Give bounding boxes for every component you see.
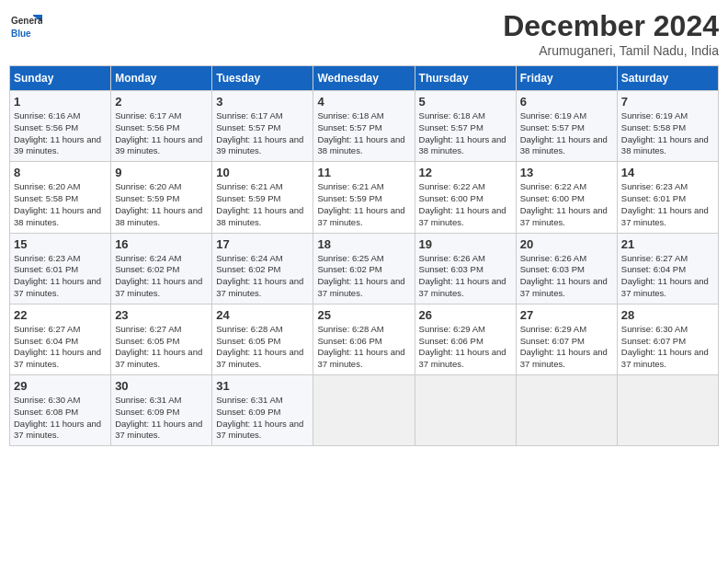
day-number: 15 (14, 237, 107, 251)
day-info: Sunrise: 6:17 AM Sunset: 5:57 PM Dayligh… (216, 110, 309, 157)
weekday-header-tuesday: Tuesday (212, 66, 313, 91)
calendar-cell: 23Sunrise: 6:27 AM Sunset: 6:05 PM Dayli… (111, 304, 212, 374)
day-info: Sunrise: 6:19 AM Sunset: 5:57 PM Dayligh… (520, 110, 613, 157)
svg-text:General: General (11, 16, 42, 26)
day-number: 20 (520, 237, 613, 251)
day-info: Sunrise: 6:24 AM Sunset: 6:02 PM Dayligh… (115, 253, 208, 300)
day-info: Sunrise: 6:20 AM Sunset: 5:58 PM Dayligh… (14, 181, 107, 228)
day-number: 8 (14, 166, 107, 179)
day-info: Sunrise: 6:28 AM Sunset: 6:06 PM Dayligh… (317, 324, 410, 371)
day-info: Sunrise: 6:18 AM Sunset: 5:57 PM Dayligh… (317, 110, 410, 157)
calendar-header-row: SundayMondayTuesdayWednesdayThursdayFrid… (10, 66, 719, 91)
day-number: 24 (216, 308, 309, 322)
day-info: Sunrise: 6:31 AM Sunset: 6:09 PM Dayligh… (115, 395, 208, 442)
calendar-cell: 17Sunrise: 6:24 AM Sunset: 6:02 PM Dayli… (212, 233, 313, 304)
calendar-cell: 30Sunrise: 6:31 AM Sunset: 6:09 PM Dayli… (111, 375, 212, 446)
calendar-table: SundayMondayTuesdayWednesdayThursdayFrid… (9, 65, 719, 446)
month-title: December 2024 (503, 9, 719, 43)
calendar-cell: 31Sunrise: 6:31 AM Sunset: 6:09 PM Dayli… (212, 375, 313, 446)
day-number: 16 (115, 237, 208, 251)
location-subtitle: Arumuganeri, Tamil Nadu, India (503, 43, 719, 58)
day-info: Sunrise: 6:30 AM Sunset: 6:08 PM Dayligh… (14, 395, 107, 442)
calendar-cell: 18Sunrise: 6:25 AM Sunset: 6:02 PM Dayli… (313, 233, 415, 304)
day-number: 26 (419, 308, 512, 322)
calendar-cell: 13Sunrise: 6:22 AM Sunset: 6:00 PM Dayli… (516, 162, 617, 233)
day-number: 17 (216, 237, 309, 251)
day-info: Sunrise: 6:26 AM Sunset: 6:03 PM Dayligh… (520, 253, 613, 300)
calendar-cell: 26Sunrise: 6:29 AM Sunset: 6:06 PM Dayli… (415, 304, 516, 374)
calendar-cell: 12Sunrise: 6:22 AM Sunset: 6:00 PM Dayli… (415, 162, 516, 233)
day-number: 22 (14, 308, 107, 322)
day-info: Sunrise: 6:31 AM Sunset: 6:09 PM Dayligh… (216, 395, 309, 442)
calendar-cell: 10Sunrise: 6:21 AM Sunset: 5:59 PM Dayli… (212, 162, 313, 233)
calendar-week-1: 1Sunrise: 6:16 AM Sunset: 5:56 PM Daylig… (10, 91, 719, 162)
day-info: Sunrise: 6:20 AM Sunset: 5:59 PM Dayligh… (115, 181, 208, 228)
day-number: 14 (621, 166, 714, 179)
day-number: 4 (317, 95, 410, 109)
day-info: Sunrise: 6:29 AM Sunset: 6:07 PM Dayligh… (520, 324, 613, 371)
day-info: Sunrise: 6:29 AM Sunset: 6:06 PM Dayligh… (419, 324, 512, 371)
calendar-cell: 28Sunrise: 6:30 AM Sunset: 6:07 PM Dayli… (617, 304, 718, 374)
calendar-cell: 6Sunrise: 6:19 AM Sunset: 5:57 PM Daylig… (516, 91, 617, 162)
day-number: 31 (216, 379, 309, 393)
day-number: 3 (216, 95, 309, 109)
calendar-cell (313, 375, 415, 446)
day-number: 11 (317, 166, 410, 179)
day-number: 5 (419, 95, 512, 109)
calendar-cell: 16Sunrise: 6:24 AM Sunset: 6:02 PM Dayli… (111, 233, 212, 304)
day-info: Sunrise: 6:26 AM Sunset: 6:03 PM Dayligh… (419, 253, 512, 300)
day-info: Sunrise: 6:30 AM Sunset: 6:07 PM Dayligh… (621, 324, 714, 371)
calendar-cell (415, 375, 516, 446)
calendar-week-2: 8Sunrise: 6:20 AM Sunset: 5:58 PM Daylig… (10, 162, 719, 233)
calendar-cell: 20Sunrise: 6:26 AM Sunset: 6:03 PM Dayli… (516, 233, 617, 304)
weekday-header-monday: Monday (111, 66, 212, 91)
calendar-cell: 29Sunrise: 6:30 AM Sunset: 6:08 PM Dayli… (10, 375, 111, 446)
day-info: Sunrise: 6:25 AM Sunset: 6:02 PM Dayligh… (317, 253, 410, 300)
weekday-header-thursday: Thursday (415, 66, 516, 91)
calendar-cell: 5Sunrise: 6:18 AM Sunset: 5:57 PM Daylig… (415, 91, 516, 162)
day-info: Sunrise: 6:28 AM Sunset: 6:05 PM Dayligh… (216, 324, 309, 371)
logo: General Blue (9, 9, 46, 42)
day-number: 6 (520, 95, 613, 109)
calendar-week-5: 29Sunrise: 6:30 AM Sunset: 6:08 PM Dayli… (10, 375, 719, 446)
calendar-week-4: 22Sunrise: 6:27 AM Sunset: 6:04 PM Dayli… (10, 304, 719, 374)
calendar-cell: 3Sunrise: 6:17 AM Sunset: 5:57 PM Daylig… (212, 91, 313, 162)
calendar-cell: 22Sunrise: 6:27 AM Sunset: 6:04 PM Dayli… (10, 304, 111, 374)
day-info: Sunrise: 6:21 AM Sunset: 5:59 PM Dayligh… (317, 181, 410, 228)
svg-text:Blue: Blue (11, 29, 31, 39)
calendar-cell: 25Sunrise: 6:28 AM Sunset: 6:06 PM Dayli… (313, 304, 415, 374)
day-number: 1 (14, 95, 107, 109)
page-header: General Blue December 2024 Arumuganeri, … (9, 9, 719, 58)
day-number: 10 (216, 166, 309, 179)
day-number: 12 (419, 166, 512, 179)
day-info: Sunrise: 6:16 AM Sunset: 5:56 PM Dayligh… (14, 110, 107, 157)
calendar-cell: 21Sunrise: 6:27 AM Sunset: 6:04 PM Dayli… (617, 233, 718, 304)
day-number: 25 (317, 308, 410, 322)
calendar-cell: 11Sunrise: 6:21 AM Sunset: 5:59 PM Dayli… (313, 162, 415, 233)
day-info: Sunrise: 6:22 AM Sunset: 6:00 PM Dayligh… (419, 181, 512, 228)
calendar-cell: 9Sunrise: 6:20 AM Sunset: 5:59 PM Daylig… (111, 162, 212, 233)
calendar-cell: 1Sunrise: 6:16 AM Sunset: 5:56 PM Daylig… (10, 91, 111, 162)
calendar-cell: 4Sunrise: 6:18 AM Sunset: 5:57 PM Daylig… (313, 91, 415, 162)
day-info: Sunrise: 6:27 AM Sunset: 6:04 PM Dayligh… (14, 324, 107, 371)
calendar-cell: 2Sunrise: 6:17 AM Sunset: 5:56 PM Daylig… (111, 91, 212, 162)
calendar-cell: 19Sunrise: 6:26 AM Sunset: 6:03 PM Dayli… (415, 233, 516, 304)
logo-icon: General Blue (9, 9, 42, 42)
day-number: 28 (621, 308, 714, 322)
day-number: 19 (419, 237, 512, 251)
calendar-body: 1Sunrise: 6:16 AM Sunset: 5:56 PM Daylig… (10, 91, 719, 446)
day-info: Sunrise: 6:27 AM Sunset: 6:05 PM Dayligh… (115, 324, 208, 371)
day-number: 29 (14, 379, 107, 393)
day-number: 30 (115, 379, 208, 393)
day-info: Sunrise: 6:23 AM Sunset: 6:01 PM Dayligh… (14, 253, 107, 300)
calendar-week-3: 15Sunrise: 6:23 AM Sunset: 6:01 PM Dayli… (10, 233, 719, 304)
calendar-cell: 15Sunrise: 6:23 AM Sunset: 6:01 PM Dayli… (10, 233, 111, 304)
day-number: 21 (621, 237, 714, 251)
calendar-cell (516, 375, 617, 446)
calendar-cell: 27Sunrise: 6:29 AM Sunset: 6:07 PM Dayli… (516, 304, 617, 374)
day-info: Sunrise: 6:27 AM Sunset: 6:04 PM Dayligh… (621, 253, 714, 300)
calendar-cell: 24Sunrise: 6:28 AM Sunset: 6:05 PM Dayli… (212, 304, 313, 374)
day-number: 9 (115, 166, 208, 179)
day-info: Sunrise: 6:17 AM Sunset: 5:56 PM Dayligh… (115, 110, 208, 157)
day-info: Sunrise: 6:21 AM Sunset: 5:59 PM Dayligh… (216, 181, 309, 228)
